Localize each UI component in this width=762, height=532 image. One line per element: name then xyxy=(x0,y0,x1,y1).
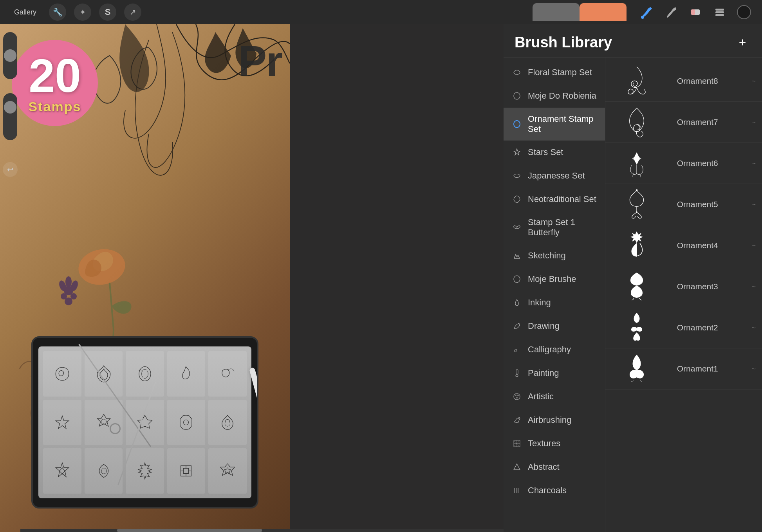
wrench-icon: 🔧 xyxy=(53,7,63,17)
sidebar-item-moje-brushe[interactable]: Moje Brushe xyxy=(504,267,605,291)
drawing-label: Drawing xyxy=(528,321,560,331)
brush-ornament-preview xyxy=(613,189,660,220)
sidebar-item-abstract[interactable]: Abstract xyxy=(504,455,605,479)
svg-point-11 xyxy=(65,298,72,305)
brush-library-header: Brush Library + xyxy=(504,24,762,58)
sidebar-item-japanesse-set[interactable]: Japanesse Set xyxy=(504,164,605,188)
brush-icon xyxy=(640,5,654,19)
sidebar-item-moje-do-robienia[interactable]: Moje Do Robienia xyxy=(504,84,605,108)
smudge-icon: S xyxy=(105,7,111,17)
brush-item[interactable]: Ornament5 ~ xyxy=(605,184,762,225)
brush-ornament-preview xyxy=(613,230,660,261)
brush-item[interactable]: Ornament4 ~ xyxy=(605,225,762,266)
sidebar-item-artistic[interactable]: Artistic xyxy=(504,385,605,408)
painting-label: Painting xyxy=(528,368,559,378)
inking-icon xyxy=(511,297,522,308)
brush-name-label: Ornament3 xyxy=(677,282,718,291)
brush-library-title: Brush Library xyxy=(515,34,612,51)
sketching-icon xyxy=(511,250,522,261)
transform-icon: ↗ xyxy=(130,7,136,17)
brush-item[interactable]: Ornament1 ~ xyxy=(605,348,762,390)
svg-point-24 xyxy=(517,395,519,396)
tablet-screen xyxy=(38,346,251,499)
sidebar-item-charcoals[interactable]: Charcoals xyxy=(504,479,605,502)
airbrushing-label: Airbrushing xyxy=(528,415,571,425)
moje-brushe-label: Moje Brushe xyxy=(528,274,576,284)
chevron-icon: ~ xyxy=(751,77,756,85)
sidebar-item-ornament-stamp-set[interactable]: Ornament Stamp Set xyxy=(504,108,605,141)
wrench-button[interactable]: 🔧 xyxy=(49,4,66,21)
moje-do-robienia-label: Moje Do Robienia xyxy=(528,91,596,101)
charcoals-icon xyxy=(511,485,522,496)
layers-button[interactable] xyxy=(711,4,728,21)
svg-point-22 xyxy=(514,393,520,400)
circle-mark xyxy=(110,423,121,434)
undo-button[interactable]: ↩ xyxy=(3,162,18,177)
drawing-icon xyxy=(511,321,522,332)
opacity-thumb xyxy=(4,101,16,114)
transform-button[interactable]: ↗ xyxy=(124,4,141,21)
smear-tool-button[interactable] xyxy=(663,4,680,21)
brush-name-label: Ornament4 xyxy=(677,241,718,250)
sidebar-item-stars-set[interactable]: Stars Set xyxy=(504,141,605,164)
gallery-button[interactable]: Gallery xyxy=(9,4,41,21)
calligraphy-label: Calligraphy xyxy=(528,344,571,355)
brush-item[interactable]: Ornament7 ~ xyxy=(605,102,762,143)
chevron-icon: ~ xyxy=(751,200,756,209)
svg-rect-5 xyxy=(715,14,724,16)
eraser-tool-button[interactable] xyxy=(687,4,704,21)
brush-library-body: Floral Stamp SetMoje Do RobieniaOrnament… xyxy=(504,58,762,532)
sidebar-item-calligraphy[interactable]: aCalligraphy xyxy=(504,338,605,361)
sidebar-item-sketching[interactable]: Sketching xyxy=(504,244,605,267)
brush-size-slider[interactable] xyxy=(3,32,17,79)
calligraphy-icon: a xyxy=(511,344,522,355)
color-dot xyxy=(737,5,751,19)
svg-rect-2 xyxy=(691,9,695,15)
ornament-stamp-set-icon xyxy=(511,119,522,130)
add-brush-button[interactable]: + xyxy=(734,34,751,51)
brush-tool-button[interactable] xyxy=(638,4,655,21)
left-controls: ↩ xyxy=(0,24,20,532)
magic-button[interactable]: ✦ xyxy=(74,4,91,21)
promo-circle: 20 Stamps xyxy=(12,40,98,126)
brush-name-label: Ornament2 xyxy=(677,323,718,332)
brush-label-area: Ornament5 xyxy=(677,200,732,209)
opacity-slider[interactable] xyxy=(3,93,17,140)
sidebar-item-neotraditional-set[interactable]: Neotraditional Set xyxy=(504,188,605,211)
undo-icon: ↩ xyxy=(7,165,14,174)
sidebar-item-inking[interactable]: Inking xyxy=(504,291,605,314)
brush-item[interactable]: Ornament8 ~ xyxy=(605,61,762,102)
sidebar-item-stamp-set-1-butterfly[interactable]: Stamp Set 1 Butterfly xyxy=(504,211,605,244)
stamp-item xyxy=(43,400,81,445)
sidebar-item-painting[interactable]: Painting xyxy=(504,361,605,385)
svg-point-19 xyxy=(184,420,189,425)
promo-label: Stamps xyxy=(29,99,81,114)
sidebar-item-floral-stamp-set[interactable]: Floral Stamp Set xyxy=(504,61,605,84)
brush-name-label: Ornament6 xyxy=(677,159,718,168)
smear-icon xyxy=(664,5,678,19)
brush-item[interactable]: Ornament6 ~ xyxy=(605,143,762,184)
abstract-icon xyxy=(511,462,522,472)
svg-point-25 xyxy=(516,397,518,399)
stars-set-label: Stars Set xyxy=(528,147,563,157)
floral-stamp-set-icon xyxy=(511,67,522,78)
svg-rect-21 xyxy=(516,370,518,374)
svg-point-0 xyxy=(641,16,644,19)
stamp-item xyxy=(167,400,205,445)
sidebar-item-drawing[interactable]: Drawing xyxy=(504,314,605,338)
scroll-bar[interactable] xyxy=(20,529,504,532)
color-picker-button[interactable] xyxy=(735,4,753,21)
svg-point-16 xyxy=(139,366,151,381)
abstract-label: Abstract xyxy=(528,462,560,472)
promo-number: 20 xyxy=(29,52,81,99)
smudge-button[interactable]: S xyxy=(99,4,116,21)
brush-item[interactable]: Ornament3 ~ xyxy=(605,266,762,307)
sidebar-item-textures[interactable]: Textures xyxy=(504,432,605,455)
chevron-icon: ~ xyxy=(751,118,756,126)
stars-set-icon xyxy=(511,147,522,158)
stamp-item xyxy=(167,448,205,494)
brush-item[interactable]: Ornament2 ~ xyxy=(605,307,762,348)
sidebar-item-airbrushing[interactable]: Airbrushing xyxy=(504,408,605,432)
category-list: Floral Stamp SetMoje Do RobieniaOrnament… xyxy=(504,58,605,532)
scroll-thumb[interactable] xyxy=(117,529,262,532)
